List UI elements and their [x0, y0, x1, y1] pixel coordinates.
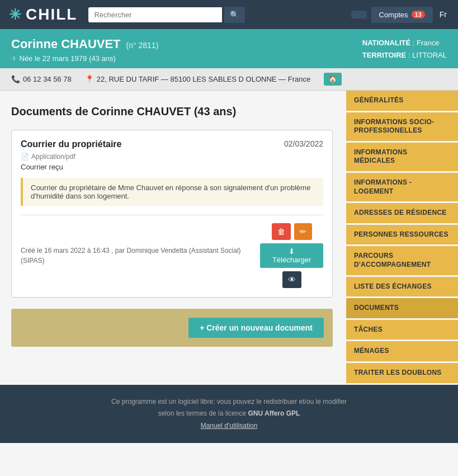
person-details-right: NATIONALITÉ : France TERRITOIRE : LITTOR…	[362, 37, 447, 62]
view-button[interactable]: 👁	[282, 271, 301, 288]
delete-button[interactable]: 🗑	[272, 223, 291, 240]
header-right: Comptes 13 Fr	[351, 7, 450, 23]
footer-text2: selon les termes de la licence GNU Affer…	[11, 408, 447, 420]
sidebar-item-parcours[interactable]: Parcours d'Accompagnement	[346, 246, 458, 275]
sidebar-item-documents[interactable]: Documents	[346, 298, 458, 318]
gender-icon: ♀	[11, 54, 17, 63]
doc-type: 📄 Application/pdf	[21, 153, 323, 161]
person-header: Corinne CHAUVET (n° 2811) ♀ Née le 22 ma…	[0, 29, 458, 68]
footer-text1: Ce programme est un logiciel libre: vous…	[11, 396, 447, 408]
sidebar-item-taches[interactable]: Tâches	[346, 320, 458, 340]
sidebar-item-liste-echanges[interactable]: Liste des Échanges	[346, 277, 458, 297]
address-text: 22, RUE DU TARIF — 85100 LES SABLES D OL…	[97, 75, 310, 83]
notification-button[interactable]: Comptes 13	[371, 7, 433, 23]
person-birth: ♀ Née le 22 mars 1979 (43 ans)	[11, 54, 158, 63]
edit-button[interactable]: ✏	[294, 223, 312, 240]
nationality-value-text: France	[417, 39, 439, 47]
phone-item: 📞 06 12 34 56 78	[11, 75, 72, 83]
sidebar-item-menages[interactable]: Ménages	[346, 341, 458, 361]
logo: ✳ CHILL	[9, 6, 77, 23]
page-title: Documents de Corinne CHAUVET (43 ans)	[11, 104, 333, 119]
doc-description: Courrier reçu	[21, 163, 323, 171]
doc-title: Courrier du propriétaire	[21, 139, 121, 149]
address-item: 📍 22, RUE DU TARIF — 85100 LES SABLES D …	[85, 75, 310, 83]
logo-star-icon: ✳	[9, 6, 22, 23]
territory-value: LITTORAL	[412, 51, 447, 59]
language-button[interactable]: Fr	[437, 8, 449, 21]
doc-date: 02/03/2022	[284, 139, 323, 148]
birth-date: Née le 22 mars 1979	[20, 54, 87, 63]
doc-type-text: Application/pdf	[31, 153, 75, 161]
sidebar-item-medicales[interactable]: Informations Médicales	[346, 143, 458, 171]
download-button[interactable]: ⬇ Télécharger	[260, 243, 323, 268]
person-age: (43 ans)	[89, 54, 116, 63]
doc-note: Courrier du propriétaire de Mme Chauvet …	[21, 178, 323, 206]
search-input[interactable]	[88, 7, 222, 22]
footer: Ce programme est un logiciel libre: vous…	[0, 385, 458, 444]
person-id: (n° 2811)	[126, 41, 159, 50]
main-layout: Documents de Corinne CHAUVET (43 ans) Co…	[0, 91, 458, 385]
home-button[interactable]: 🏠	[324, 73, 342, 86]
nationality-value: :	[413, 39, 417, 47]
nationality-row: NATIONALITÉ : France	[362, 37, 447, 49]
sidebar-item-logement[interactable]: Informations - Logement	[346, 173, 458, 201]
notification-badge: 13	[412, 11, 425, 18]
search-button[interactable]: 🔍	[224, 7, 245, 23]
doc-meta: Créé le 16 mars 2022 à 16:43 , par Domin…	[21, 246, 260, 266]
sidebar-item-personnes[interactable]: Personnes Ressources	[346, 225, 458, 245]
sidebar-item-socio-pro[interactable]: Informations Socio-Professionelles	[346, 112, 458, 141]
doc-divider	[21, 215, 323, 215]
nationality-label: NATIONALITÉ	[362, 39, 410, 47]
search-bar: 🔍	[88, 7, 245, 23]
sidebar-item-generalites[interactable]: Généralités	[346, 91, 458, 111]
doc-actions-row: Créé le 16 mars 2022 à 16:43 , par Domin…	[21, 223, 323, 288]
logo-text: CHILL	[26, 6, 77, 23]
footer-manual-link[interactable]: Manuel d'utilisation	[201, 422, 258, 430]
create-document-area: + Créer un nouveau document	[11, 309, 333, 347]
header-button1[interactable]	[351, 11, 367, 18]
person-full-name: Corinne CHAUVET	[11, 37, 121, 51]
territory-row: TERRITOIRE : LITTORAL	[362, 49, 447, 62]
content-area: Documents de Corinne CHAUVET (43 ans) Co…	[0, 91, 346, 385]
doc-buttons-row: 🗑 ✏	[272, 223, 312, 240]
doc-buttons: 🗑 ✏ ⬇ Télécharger 👁	[260, 223, 323, 288]
create-document-button[interactable]: + Créer un nouveau document	[188, 318, 324, 338]
sidebar-item-adresses[interactable]: Adresses de Résidence	[346, 203, 458, 223]
person-name: Corinne CHAUVET (n° 2811)	[11, 37, 158, 51]
doc-card-header: Courrier du propriétaire 02/03/2022	[21, 139, 323, 149]
contact-bar: 📞 06 12 34 56 78 📍 22, RUE DU TARIF — 85…	[0, 68, 458, 91]
territory-label: TERRITOIRE	[362, 51, 407, 59]
document-card: Courrier du propriétaire 02/03/2022 📄 Ap…	[11, 130, 333, 298]
footer-license: GNU Affero GPL	[248, 409, 300, 417]
notification-label: Comptes	[379, 11, 408, 19]
sidebar-item-doublons[interactable]: Traiter les Doublons	[346, 363, 458, 383]
location-icon: 📍	[85, 75, 94, 83]
sidebar: Généralités Informations Socio-Professio…	[346, 91, 458, 385]
phone-number: 06 12 34 56 78	[23, 75, 72, 83]
phone-icon: 📞	[11, 75, 20, 83]
person-info-left: Corinne CHAUVET (n° 2811) ♀ Née le 22 ma…	[11, 37, 158, 63]
pdf-icon: 📄	[21, 153, 29, 161]
top-bar: ✳ CHILL 🔍 Comptes 13 Fr	[0, 0, 458, 29]
